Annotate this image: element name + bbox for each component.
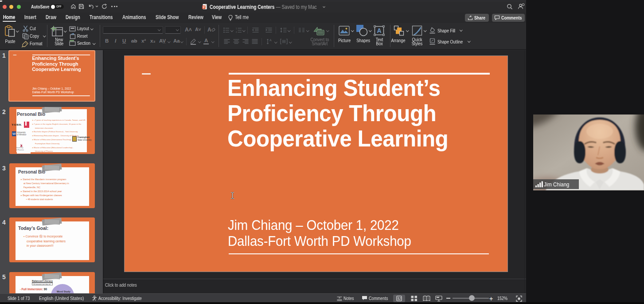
svg-text:1: 1 bbox=[236, 28, 237, 30]
svg-text:2: 2 bbox=[236, 31, 237, 33]
svg-text:A: A bbox=[377, 27, 381, 34]
svg-text:A: A bbox=[269, 39, 272, 42]
svg-text:P: P bbox=[203, 6, 205, 9]
